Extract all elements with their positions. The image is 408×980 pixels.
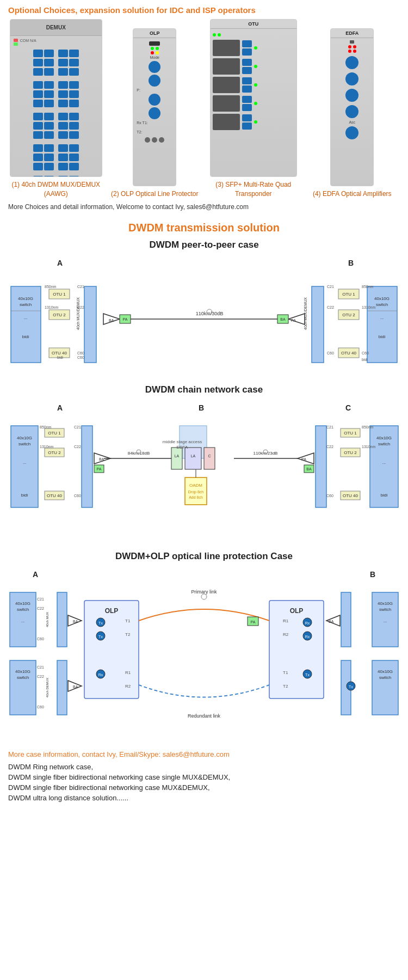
bullet-list: DWDM Ring network case, DWDM single fibe… — [8, 763, 400, 802]
svg-text:C60: C60 — [327, 351, 334, 355]
demux-header: DEMUX — [10, 20, 102, 36]
svg-text:BA: BA — [306, 467, 312, 471]
svg-text:BA: BA — [73, 620, 78, 623]
svg-text:middle stage access: middle stage access — [163, 439, 202, 444]
svg-text:OTU 1: OTU 1 — [48, 431, 61, 436]
svg-text:switch: switch — [17, 607, 29, 612]
svg-text:OTU 40: OTU 40 — [52, 351, 67, 356]
bullet-2: DWDM single fiber bidirectional networki… — [8, 773, 400, 781]
svg-text:switch: switch — [17, 675, 29, 680]
svg-text:OTU 40: OTU 40 — [343, 493, 358, 498]
svg-text:40x10G: 40x10G — [374, 296, 390, 301]
svg-text:OTU 40: OTU 40 — [341, 351, 357, 356]
svg-text:C60: C60 — [37, 705, 44, 709]
svg-text:Add 8ch: Add 8ch — [189, 495, 203, 499]
svg-text:OADM: OADM — [189, 483, 202, 488]
svg-text:40x10G: 40x10G — [376, 436, 392, 440]
svg-text:PA: PA — [291, 318, 296, 322]
svg-text:1310nm: 1310nm — [362, 445, 375, 449]
svg-text:850nm: 850nm — [362, 285, 374, 289]
svg-text:40x10G: 40x10G — [378, 601, 393, 606]
svg-text:C60: C60 — [77, 356, 84, 359]
svg-text:C60: C60 — [74, 494, 81, 498]
svg-rect-70 — [316, 426, 326, 507]
svg-text:OTU 1: OTU 1 — [342, 292, 355, 297]
product-demux: DEMUX COM N/A — [8, 19, 104, 199]
svg-text:C21: C21 — [77, 285, 84, 289]
svg-text:B: B — [370, 570, 375, 579]
svg-text:BA: BA — [99, 457, 104, 461]
bullet-3: DWDM single fiber bidirectional networki… — [8, 783, 400, 792]
svg-text:C22: C22 — [327, 305, 334, 309]
svg-text:110km/30dB: 110km/30dB — [196, 311, 224, 316]
demux-image: DEMUX COM N/A — [10, 19, 102, 177]
svg-rect-14 — [84, 286, 96, 363]
svg-text:C60: C60 — [77, 351, 84, 355]
svg-text:switch: switch — [378, 442, 390, 446]
optional-choices-section: Optional Choices, expansion solution for… — [0, 0, 408, 216]
svg-text:850nm: 850nm — [40, 425, 52, 429]
svg-text:LA: LA — [191, 454, 196, 458]
diagram-olp: DWDM+OLP optical line protection Case A … — [5, 551, 403, 734]
svg-rect-136 — [57, 592, 67, 647]
svg-text:850nm: 850nm — [45, 285, 57, 289]
diagram3-title: DWDM+OLP optical line protection Case — [5, 551, 403, 562]
svg-text:C: C — [345, 403, 351, 412]
svg-text:C21: C21 — [37, 597, 44, 601]
diagram2-svg: A B C 40x10G switch ... bidi 40x10G swit… — [5, 399, 403, 546]
svg-text:bidi: bidi — [57, 356, 63, 359]
svg-text:Tx: Tx — [98, 635, 103, 639]
svg-text:A: A — [33, 570, 38, 579]
svg-rect-111 — [204, 448, 215, 469]
svg-text:1310nm: 1310nm — [362, 305, 375, 309]
svg-text:110km/23dB: 110km/23dB — [254, 451, 278, 456]
svg-text:Rx: Rx — [98, 673, 103, 677]
svg-text:Rx: Rx — [305, 621, 310, 625]
svg-text:EDFA: EDFA — [177, 445, 189, 450]
svg-text:40x10G: 40x10G — [378, 669, 393, 674]
svg-text:40x10G: 40x10G — [18, 296, 33, 301]
svg-text:PA: PA — [97, 467, 102, 471]
svg-text:bidi: bidi — [21, 493, 28, 498]
bullet-4: DWDM ultra long distance solution...... — [8, 794, 400, 802]
svg-text:C22: C22 — [37, 675, 44, 678]
svg-text:40x10G: 40x10G — [17, 436, 32, 440]
svg-text:T1: T1 — [283, 670, 288, 675]
svg-point-179 — [201, 594, 207, 599]
diagram3-svg: A B 40x10G switch ... 40x10G switch 40x1… — [5, 565, 403, 734]
svg-text:T2: T2 — [283, 684, 288, 689]
products-row: DEMUX COM N/A — [8, 19, 400, 199]
svg-text:...: ... — [384, 618, 387, 623]
svg-text:C22: C22 — [77, 305, 84, 309]
svg-text:40ch DEMUX: 40ch DEMUX — [46, 677, 49, 697]
dwdm-section: DWDM transmission solution DWDM peer-to-… — [0, 216, 408, 745]
svg-text:C21: C21 — [327, 285, 334, 289]
svg-text:...: ... — [380, 315, 384, 320]
svg-text:...: ... — [23, 460, 27, 465]
svg-text:bidi: bidi — [362, 358, 368, 362]
svg-text:R2: R2 — [283, 632, 289, 637]
svg-text:OLP: OLP — [105, 607, 119, 615]
svg-text:LA: LA — [175, 454, 180, 458]
svg-rect-166 — [269, 601, 324, 699]
product-otu: OTU — [206, 19, 301, 199]
section-header-title: Optional Choices, expansion solution for… — [8, 5, 400, 15]
svg-text:PA: PA — [123, 317, 128, 321]
svg-text:84km/18dB: 84km/18dB — [128, 451, 150, 456]
edfa-ports: Asc — [331, 38, 373, 144]
svg-text:OTU 2: OTU 2 — [53, 313, 66, 317]
diagram1-title: DWDM peer-to-peer case — [5, 240, 403, 250]
svg-text:OTU 1: OTU 1 — [344, 431, 357, 436]
svg-text:...: ... — [382, 460, 386, 465]
olp-inner: Mode P: Rx T1: T2: — [133, 38, 176, 145]
svg-text:C22: C22 — [74, 445, 81, 449]
svg-rect-69 — [82, 426, 92, 507]
svg-text:1310nm: 1310nm — [45, 305, 58, 309]
svg-text:OTU 2: OTU 2 — [342, 313, 355, 317]
svg-text:R1: R1 — [125, 670, 131, 675]
svg-text:BA: BA — [109, 318, 114, 322]
svg-text:B: B — [199, 403, 204, 412]
svg-text:40ch MUX/DEMUX: 40ch MUX/DEMUX — [76, 297, 80, 329]
edfa-image: EDFA Asc — [330, 28, 374, 186]
svg-text:R2: R2 — [125, 684, 131, 689]
